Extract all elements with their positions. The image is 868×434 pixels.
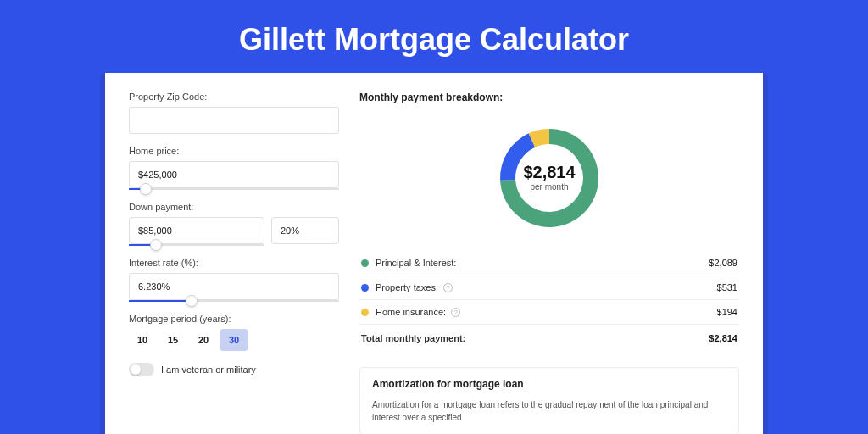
legend-value: $2,089 xyxy=(709,258,737,268)
legend-label: Principal & Interest: xyxy=(376,258,456,268)
home-price-input[interactable] xyxy=(129,161,339,188)
down-payment-slider[interactable] xyxy=(129,244,264,246)
zip-input[interactable] xyxy=(129,107,339,134)
amortization-box: Amortization for mortgage loan Amortizat… xyxy=(359,367,739,434)
interest-rate-field: Interest rate (%): xyxy=(129,258,339,302)
veteran-toggle-label: I am veteran or military xyxy=(161,364,256,375)
interest-rate-slider-thumb[interactable] xyxy=(186,295,198,307)
mortgage-period-option-10[interactable]: 10 xyxy=(129,329,156,351)
amortization-title: Amortization for mortgage loan xyxy=(372,378,726,390)
zip-label: Property Zip Code: xyxy=(129,92,339,102)
breakdown-title: Monthly payment breakdown: xyxy=(359,92,739,103)
home-price-label: Home price: xyxy=(129,146,339,156)
donut-center-amount: $2,814 xyxy=(523,163,576,181)
breakdown-total-row: Total monthly payment: $2,814 xyxy=(359,325,739,352)
down-payment-input[interactable] xyxy=(129,217,264,244)
card-outer-band: Property Zip Code: Home price: Down paym… xyxy=(100,73,768,434)
page-title: Gillett Mortgage Calculator xyxy=(0,0,868,73)
home-price-slider[interactable] xyxy=(129,188,339,190)
legend-row: Principal & Interest:$2,089 xyxy=(359,251,739,275)
legend-label: Home insurance: xyxy=(376,307,446,317)
amortization-text: Amortization for a mortgage loan refers … xyxy=(372,398,726,424)
veteran-toggle-row: I am veteran or military xyxy=(129,363,339,376)
veteran-toggle-knob xyxy=(131,364,141,375)
legend-value: $531 xyxy=(717,282,737,292)
calculator-card: Property Zip Code: Home price: Down paym… xyxy=(105,73,763,434)
home-price-field: Home price: xyxy=(129,146,339,190)
mortgage-period-option-15[interactable]: 15 xyxy=(159,329,186,351)
legend-dot-icon xyxy=(361,309,369,316)
breakdown-column: Monthly payment breakdown: $2,814 per mo… xyxy=(359,92,739,434)
mortgage-period-label: Mortgage period (years): xyxy=(129,314,339,324)
info-icon[interactable]: ? xyxy=(451,308,460,317)
mortgage-period-option-30[interactable]: 30 xyxy=(220,329,248,351)
breakdown-total-label: Total monthly payment: xyxy=(361,333,465,343)
veteran-toggle[interactable] xyxy=(129,363,154,376)
mortgage-period-buttons: 10152030 xyxy=(129,329,339,351)
down-payment-pct-input[interactable] xyxy=(271,217,339,244)
legend-row: Home insurance:?$194 xyxy=(359,300,739,325)
inputs-column: Property Zip Code: Home price: Down paym… xyxy=(129,92,339,434)
breakdown-legend: Principal & Interest:$2,089Property taxe… xyxy=(359,251,739,325)
zip-field: Property Zip Code: xyxy=(129,92,339,134)
interest-rate-input[interactable] xyxy=(129,273,339,300)
down-payment-field: Down payment: xyxy=(129,202,339,246)
mortgage-period-field: Mortgage period (years): 10152030 xyxy=(129,314,339,351)
donut-center-sub: per month xyxy=(530,182,568,192)
mortgage-period-option-20[interactable]: 20 xyxy=(190,329,217,351)
legend-label: Property taxes: xyxy=(376,282,438,292)
donut-svg: $2,814 per month xyxy=(490,119,609,237)
donut-chart: $2,814 per month xyxy=(359,110,739,251)
info-icon[interactable]: ? xyxy=(443,283,453,292)
breakdown-total-value: $2,814 xyxy=(709,333,737,343)
interest-rate-label: Interest rate (%): xyxy=(129,258,339,268)
legend-dot-icon xyxy=(361,284,369,292)
interest-rate-slider[interactable] xyxy=(129,300,339,302)
down-payment-label: Down payment: xyxy=(129,202,339,212)
legend-row: Property taxes:?$531 xyxy=(359,275,739,300)
down-payment-slider-thumb[interactable] xyxy=(150,239,162,251)
home-price-slider-thumb[interactable] xyxy=(140,183,152,195)
legend-value: $194 xyxy=(717,307,737,317)
legend-dot-icon xyxy=(361,259,369,267)
